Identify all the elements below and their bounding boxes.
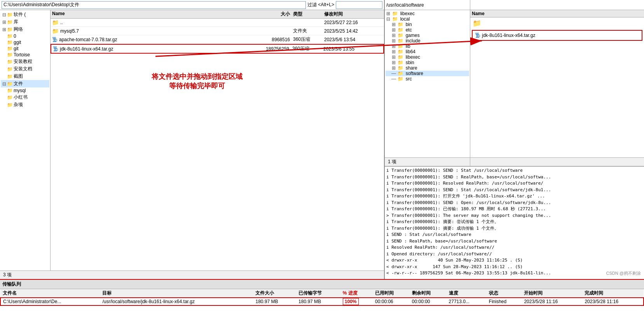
tree-item-install-doc[interactable]: 📁 安装文档	[1, 65, 49, 73]
right-path-bar: /usr/local/software	[385, 0, 470, 10]
folder-icon: 📁	[7, 40, 13, 45]
tree-label: git	[14, 46, 19, 51]
log-line: i Transfer(00000001): SEND : Stat /usr/l…	[386, 187, 642, 194]
tree-item-libexec-top[interactable]: ⊞ 📁 libexec	[386, 11, 469, 16]
tree-item-include[interactable]: ⊞ 📁 include	[386, 38, 469, 44]
col-filename: 文件名	[0, 289, 100, 298]
transfer-start: 2023/5/28 11:16	[522, 298, 582, 305]
tree-expand-icon: ⊞	[391, 27, 396, 33]
filter-input[interactable]	[336, 1, 382, 9]
tree-label: 库	[14, 19, 18, 25]
log-line: < -rw-r--r-- 189756259 Sat 06-May-2023 1…	[386, 270, 642, 277]
col-type-header: 类型	[293, 11, 324, 17]
file-row-mysql[interactable]: 📁 mysql5.7 文件夹 2023/5/25 14:42	[51, 27, 384, 35]
left-status-text: 3 项	[3, 272, 12, 278]
tree-expand-icon: ⊞	[386, 11, 391, 16]
tree-expand-icon: ⊟	[2, 12, 7, 17]
folder-icon: 📁	[7, 12, 13, 17]
file-name: apache-tomcat-7.0.78.tar.gz	[59, 37, 117, 42]
log-line: i Transfer(00000001): SEND : RealPath, b…	[386, 174, 642, 181]
tree-item-git[interactable]: 📁 git	[1, 45, 49, 52]
folder-icon: 📁	[7, 95, 13, 100]
folder-icon: 📁	[7, 81, 13, 87]
left-panel: 过滤 <Alt+L> ⊟ 📁 软件 ( ⊞ 📁 库	[0, 0, 385, 279]
right-status: 1 项	[385, 157, 470, 166]
tree-item-ggit[interactable]: 📁 ggit	[1, 39, 49, 45]
tree-item-xiaohongshu[interactable]: 📁 小红书	[1, 94, 49, 101]
file-size: 189756259	[257, 46, 292, 52]
right-top: /usr/local/software ⊞ 📁 libexec ⊟ 📁 loca…	[385, 0, 644, 166]
transfer-row: C:\Users\Administrator\De... /usr/local/…	[0, 298, 644, 305]
tree-item-games[interactable]: ⊞ 📁 games	[386, 33, 469, 38]
right-file-row-jdk[interactable]: 🗜 jdk-8u161-linux-x64.tar.gz	[472, 30, 642, 41]
tree-item-mysql[interactable]: 📁 mysql	[1, 87, 49, 94]
right-file-panel: Name 📁 🗜 jdk-8u161-linux-x64.tar.gz	[470, 10, 644, 157]
tree-item-files[interactable]: ⊟ 📁 文件	[1, 80, 49, 87]
file-row-tomcat[interactable]: 🗜 apache-tomcat-7.0.78.tar.gz 8968516 36…	[51, 35, 384, 44]
log-line: i Transfer(00000001): SEND : Open: /usr/…	[386, 200, 642, 206]
folder-icon: 📁	[398, 49, 403, 54]
tree-label: mysql	[14, 88, 26, 93]
right-panel: /usr/local/software ⊞ 📁 libexec ⊟ 📁 loca…	[385, 0, 644, 279]
transfer-elapsed: 00:00:06	[373, 298, 410, 305]
tree-item-0[interactable]: 📁 0	[1, 33, 49, 39]
right-status-text: 1 项	[388, 159, 396, 165]
left-path-input[interactable]	[2, 1, 306, 9]
tree-label: share	[406, 65, 417, 71]
log-line: < drwxr-xr-x 40 Sun 28-May-2023 11:16:25…	[386, 257, 642, 264]
transfer-remaining: 00:00:00	[410, 298, 447, 305]
col-elapsed: 已用时间	[373, 289, 410, 298]
tree-item-network[interactable]: ⊞ 📁 网络	[1, 26, 49, 33]
tree-item-install-tutorial[interactable]: 📁 安装教程	[1, 58, 49, 65]
log-line: i Transfer(00000001): 摘要: 成功传输 1 个文件。	[386, 225, 642, 232]
folder-icon: 📁	[398, 60, 403, 65]
tree-item-sbin[interactable]: ⊞ 📁 sbin	[386, 60, 469, 65]
tree-item-share[interactable]: ⊞ 📁 share	[386, 65, 469, 71]
col-start: 开始时间	[522, 289, 582, 298]
folder-icon: 📁	[398, 76, 403, 82]
transfer-queue: 传输队列 文件名 目标 文件大小 已传输字节 % 进度 已用时间 剩余时间 速度…	[0, 279, 644, 321]
folder-yellow-icon: 📁	[473, 19, 481, 28]
tree-item-software[interactable]: ⊟ 📁 软件 (	[1, 11, 49, 18]
tree-expand-icon: ⊟	[2, 81, 7, 87]
log-line: i Transfer(00000001): 摘要: 尝试传输 1 个文件。	[386, 219, 642, 225]
folder-icon: 📁	[52, 28, 59, 34]
tree-label: libexec	[406, 54, 420, 60]
tree-label: etc	[406, 27, 412, 33]
file-row-jdk[interactable]: 🗜 jdk-8u161-linux-x64.tar.gz 189756259 3…	[51, 44, 384, 54]
tree-label: 截图	[14, 73, 23, 80]
col-speed: 速度	[447, 289, 487, 298]
tree-item-bin[interactable]: ⊞ 📁 bin	[386, 22, 469, 27]
archive-icon: 🗜	[53, 46, 58, 52]
folder-icon: 📁	[7, 46, 13, 51]
tree-item-lib[interactable]: ⊞ 📁 lib	[386, 44, 469, 49]
tree-item-software[interactable]: — 📁 software	[386, 71, 469, 76]
folder-icon: 📁	[7, 74, 13, 79]
folder-icon: 📁	[392, 11, 398, 16]
tree-item-etc[interactable]: ⊞ 📁 etc	[386, 27, 469, 33]
tree-item-ku[interactable]: ⊞ 📁 库	[1, 18, 49, 26]
tree-item-libexec2[interactable]: ⊞ 📁 libexec	[386, 54, 469, 60]
tree-expand-icon: ⊞	[391, 33, 396, 38]
tree-item-tortoise[interactable]: 📁 Tortoise	[1, 52, 49, 58]
left-status: 3 项	[0, 270, 384, 279]
folder-icon: 📁	[392, 16, 398, 22]
tree-expand-icon: ⊞	[2, 27, 7, 32]
file-date: 2023/5/27 22:16	[324, 20, 382, 25]
tree-label: bin	[406, 22, 412, 27]
tree-label: 文件	[14, 80, 23, 87]
tree-item-src[interactable]: — 📁 src	[386, 76, 469, 82]
tree-item-misc[interactable]: 📁 杂项	[1, 101, 49, 108]
tree-item-screenshot[interactable]: 📁 截图	[1, 73, 49, 80]
file-type: 文件夹	[293, 28, 324, 34]
tree-item-lib64[interactable]: ⊞ 📁 lib64	[386, 49, 469, 54]
folder-icon: 📁	[398, 44, 403, 49]
tree-label: 安装教程	[14, 58, 32, 65]
filter-label: 过滤 <Alt+L>	[307, 2, 334, 8]
log-line: i Transfer(00000001): SEND : Stat /usr/l…	[386, 167, 642, 174]
log-panel: i Transfer(00000001): SEND : Stat /usr/l…	[385, 166, 644, 279]
transfer-bytes: 180.97 MB	[296, 298, 340, 305]
file-row-parent[interactable]: 📁 .. 2023/5/27 22:16	[51, 19, 384, 27]
tree-item-local[interactable]: ⊟ 📁 local	[386, 16, 469, 22]
tree-label: 网络	[14, 26, 23, 33]
